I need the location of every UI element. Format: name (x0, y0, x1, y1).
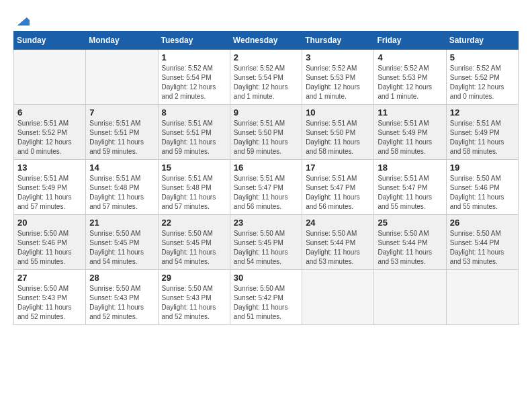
calendar-cell: 9Sunrise: 5:51 AMSunset: 5:50 PMDaylight… (230, 105, 302, 160)
calendar-header-friday: Friday (374, 32, 446, 50)
day-number: 30 (234, 273, 298, 283)
day-number: 10 (306, 107, 370, 118)
calendar-cell: 27Sunrise: 5:50 AMSunset: 5:43 PMDayligh… (14, 270, 86, 325)
calendar-cell: 7Sunrise: 5:51 AMSunset: 5:51 PMDaylight… (86, 105, 158, 160)
calendar-cell: 25Sunrise: 5:50 AMSunset: 5:44 PMDayligh… (374, 215, 446, 270)
day-number: 7 (89, 107, 154, 118)
day-number: 12 (450, 107, 515, 118)
day-info: Sunrise: 5:52 AMSunset: 5:53 PMDaylight:… (306, 64, 370, 101)
day-info: Sunrise: 5:51 AMSunset: 5:51 PMDaylight:… (162, 119, 226, 156)
day-number: 19 (450, 163, 515, 173)
day-number: 15 (162, 163, 226, 173)
logo (13, 13, 30, 24)
calendar-cell: 2Sunrise: 5:52 AMSunset: 5:54 PMDaylight… (230, 50, 302, 105)
calendar-cell: 21Sunrise: 5:50 AMSunset: 5:45 PMDayligh… (86, 215, 158, 270)
calendar-cell (302, 270, 374, 325)
day-info: Sunrise: 5:51 AMSunset: 5:47 PMDaylight:… (234, 174, 298, 212)
day-info: Sunrise: 5:52 AMSunset: 5:54 PMDaylight:… (234, 64, 298, 101)
day-info: Sunrise: 5:50 AMSunset: 5:46 PMDaylight:… (450, 174, 515, 212)
calendar-cell: 23Sunrise: 5:50 AMSunset: 5:45 PMDayligh… (230, 215, 302, 270)
day-info: Sunrise: 5:51 AMSunset: 5:50 PMDaylight:… (306, 119, 370, 156)
calendar-cell: 5Sunrise: 5:52 AMSunset: 5:52 PMDaylight… (446, 50, 518, 105)
calendar-cell (374, 270, 446, 325)
day-info: Sunrise: 5:51 AMSunset: 5:49 PMDaylight:… (378, 119, 442, 156)
calendar-cell: 8Sunrise: 5:51 AMSunset: 5:51 PMDaylight… (158, 105, 230, 160)
calendar-week-row: 1Sunrise: 5:52 AMSunset: 5:54 PMDaylight… (14, 50, 519, 105)
calendar-header-thursday: Thursday (302, 32, 374, 50)
day-info: Sunrise: 5:50 AMSunset: 5:45 PMDaylight:… (162, 229, 226, 267)
calendar-cell: 14Sunrise: 5:51 AMSunset: 5:48 PMDayligh… (86, 160, 158, 215)
calendar-cell: 28Sunrise: 5:50 AMSunset: 5:43 PMDayligh… (86, 270, 158, 325)
calendar-week-row: 6Sunrise: 5:51 AMSunset: 5:52 PMDaylight… (14, 105, 519, 160)
day-number: 26 (450, 218, 515, 228)
calendar-header-wednesday: Wednesday (230, 32, 302, 50)
day-number: 4 (378, 52, 442, 62)
calendar-cell (86, 50, 158, 105)
day-info: Sunrise: 5:51 AMSunset: 5:49 PMDaylight:… (17, 174, 82, 212)
day-info: Sunrise: 5:50 AMSunset: 5:43 PMDaylight:… (17, 284, 82, 322)
calendar-cell: 30Sunrise: 5:50 AMSunset: 5:42 PMDayligh… (230, 270, 302, 325)
day-number: 3 (306, 52, 370, 62)
day-number: 18 (378, 163, 442, 173)
day-info: Sunrise: 5:52 AMSunset: 5:52 PMDaylight:… (450, 64, 515, 101)
day-number: 21 (89, 218, 154, 228)
day-info: Sunrise: 5:51 AMSunset: 5:47 PMDaylight:… (306, 174, 370, 212)
day-number: 17 (306, 163, 370, 173)
day-number: 8 (162, 107, 226, 118)
calendar-cell: 15Sunrise: 5:51 AMSunset: 5:48 PMDayligh… (158, 160, 230, 215)
calendar-cell: 13Sunrise: 5:51 AMSunset: 5:49 PMDayligh… (14, 160, 86, 215)
calendar-cell: 12Sunrise: 5:51 AMSunset: 5:49 PMDayligh… (446, 105, 518, 160)
calendar-header-sunday: Sunday (14, 32, 86, 50)
calendar-table: SundayMondayTuesdayWednesdayThursdayFrid… (13, 31, 519, 325)
day-number: 9 (234, 107, 298, 118)
day-number: 14 (89, 163, 154, 173)
day-number: 25 (378, 218, 442, 228)
calendar-cell: 29Sunrise: 5:50 AMSunset: 5:43 PMDayligh… (158, 270, 230, 325)
day-info: Sunrise: 5:50 AMSunset: 5:44 PMDaylight:… (378, 229, 442, 267)
day-info: Sunrise: 5:51 AMSunset: 5:49 PMDaylight:… (450, 119, 515, 156)
calendar-cell: 26Sunrise: 5:50 AMSunset: 5:44 PMDayligh… (446, 215, 518, 270)
calendar-cell: 1Sunrise: 5:52 AMSunset: 5:54 PMDaylight… (158, 50, 230, 105)
day-number: 22 (162, 218, 226, 228)
calendar-header-row: SundayMondayTuesdayWednesdayThursdayFrid… (14, 32, 519, 50)
day-number: 20 (17, 218, 82, 228)
day-number: 2 (234, 52, 298, 62)
calendar-week-row: 20Sunrise: 5:50 AMSunset: 5:46 PMDayligh… (14, 215, 519, 270)
calendar-cell: 10Sunrise: 5:51 AMSunset: 5:50 PMDayligh… (302, 105, 374, 160)
calendar-cell (14, 50, 86, 105)
day-number: 23 (234, 218, 298, 228)
calendar-cell: 19Sunrise: 5:50 AMSunset: 5:46 PMDayligh… (446, 160, 518, 215)
day-number: 5 (450, 52, 515, 62)
calendar-cell: 4Sunrise: 5:52 AMSunset: 5:53 PMDaylight… (374, 50, 446, 105)
day-info: Sunrise: 5:51 AMSunset: 5:47 PMDaylight:… (378, 174, 442, 212)
calendar-cell: 17Sunrise: 5:51 AMSunset: 5:47 PMDayligh… (302, 160, 374, 215)
calendar-cell: 16Sunrise: 5:51 AMSunset: 5:47 PMDayligh… (230, 160, 302, 215)
svg-marker-1 (17, 17, 30, 26)
day-info: Sunrise: 5:50 AMSunset: 5:43 PMDaylight:… (162, 284, 226, 322)
calendar-header-saturday: Saturday (446, 32, 518, 50)
day-number: 24 (306, 218, 370, 228)
calendar-cell (446, 270, 518, 325)
calendar-cell: 18Sunrise: 5:51 AMSunset: 5:47 PMDayligh… (374, 160, 446, 215)
day-info: Sunrise: 5:51 AMSunset: 5:52 PMDaylight:… (17, 119, 82, 156)
day-info: Sunrise: 5:51 AMSunset: 5:48 PMDaylight:… (89, 174, 154, 212)
day-info: Sunrise: 5:51 AMSunset: 5:48 PMDaylight:… (162, 174, 226, 212)
day-info: Sunrise: 5:50 AMSunset: 5:42 PMDaylight:… (234, 284, 298, 322)
calendar-cell: 24Sunrise: 5:50 AMSunset: 5:44 PMDayligh… (302, 215, 374, 270)
day-info: Sunrise: 5:50 AMSunset: 5:45 PMDaylight:… (89, 229, 154, 267)
day-info: Sunrise: 5:51 AMSunset: 5:51 PMDaylight:… (89, 119, 154, 156)
calendar-cell: 11Sunrise: 5:51 AMSunset: 5:49 PMDayligh… (374, 105, 446, 160)
calendar-cell: 6Sunrise: 5:51 AMSunset: 5:52 PMDaylight… (14, 105, 86, 160)
logo-icon (15, 13, 30, 28)
day-number: 1 (162, 52, 226, 62)
day-number: 16 (234, 163, 298, 173)
calendar-header-tuesday: Tuesday (158, 32, 230, 50)
calendar-cell: 22Sunrise: 5:50 AMSunset: 5:45 PMDayligh… (158, 215, 230, 270)
day-info: Sunrise: 5:50 AMSunset: 5:45 PMDaylight:… (234, 229, 298, 267)
calendar-cell: 20Sunrise: 5:50 AMSunset: 5:46 PMDayligh… (14, 215, 86, 270)
day-info: Sunrise: 5:52 AMSunset: 5:54 PMDaylight:… (162, 64, 226, 101)
calendar-week-row: 27Sunrise: 5:50 AMSunset: 5:43 PMDayligh… (14, 270, 519, 325)
day-number: 29 (162, 273, 226, 283)
calendar-week-row: 13Sunrise: 5:51 AMSunset: 5:49 PMDayligh… (14, 160, 519, 215)
day-number: 11 (378, 107, 442, 118)
